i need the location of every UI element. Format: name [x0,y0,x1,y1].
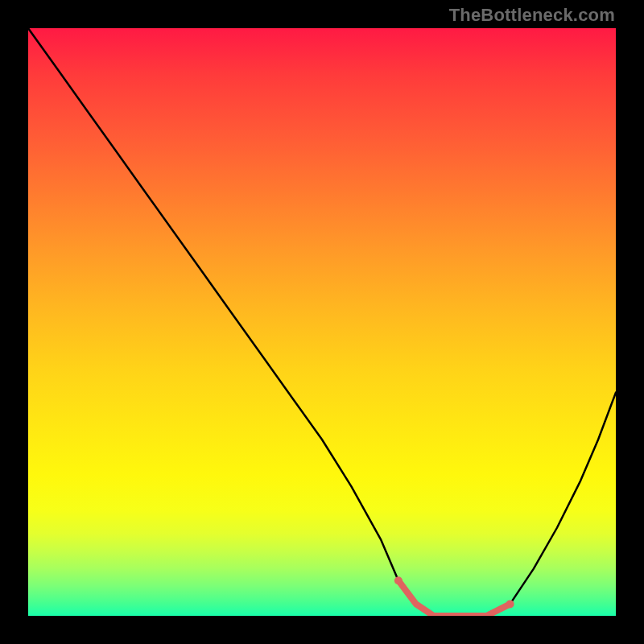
optimal-start-dot [394,576,402,584]
chart-frame: TheBottleneck.com [0,0,644,644]
watermark-text: TheBottleneck.com [449,5,615,26]
optimal-range-highlight [398,580,510,616]
chart-svg [28,28,616,616]
bottleneck-curve [28,28,616,616]
plot-area [28,28,616,616]
optimal-end-dot [506,600,514,608]
